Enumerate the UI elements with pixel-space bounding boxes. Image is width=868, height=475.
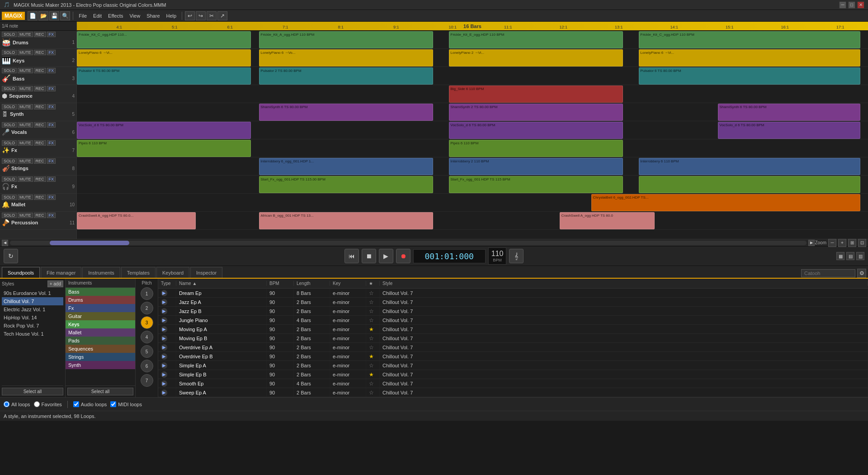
instrument-mallet[interactable]: Mallet xyxy=(66,328,135,337)
star-sweepepA[interactable]: ☆ xyxy=(369,390,374,396)
star-movingepB[interactable]: ☆ xyxy=(369,335,374,342)
pitch-2[interactable]: 2 xyxy=(141,302,153,314)
instrument-pads[interactable]: Pads xyxy=(66,337,135,345)
col-length[interactable]: Length xyxy=(294,281,330,286)
play-sweepepA[interactable]: ▶ xyxy=(161,390,167,396)
file-menu[interactable]: File xyxy=(76,12,90,19)
help-menu[interactable]: Help xyxy=(164,12,179,19)
track-lane-3[interactable]: Pulsator 6 TS 80.00 BPM Pulsator 2 TS 80… xyxy=(77,67,868,85)
star-overdriveepB[interactable]: ★ xyxy=(369,353,374,360)
save-icon[interactable]: 💾 xyxy=(49,11,59,20)
zoom-fit-btn[interactable]: ⊞ xyxy=(848,239,856,247)
play-jazzepA[interactable]: ▶ xyxy=(161,299,167,305)
solo-btn-2[interactable]: SOLO xyxy=(2,50,17,55)
fx-btn-4[interactable]: FX xyxy=(47,86,56,91)
fx-btn-11[interactable]: FX xyxy=(47,213,56,218)
zoom-reset-btn[interactable]: ⊡ xyxy=(858,239,866,247)
loop-row-dreamep[interactable]: ▶ Dream Ep 90 8 Bars e-minor ☆ Chillout … xyxy=(158,289,868,298)
record-btn[interactable]: ⏺ xyxy=(396,249,410,263)
play-dreamep[interactable]: ▶ xyxy=(161,290,167,296)
star-movingepA[interactable]: ★ xyxy=(369,326,374,332)
fx-btn-9[interactable]: FX xyxy=(47,176,56,182)
track-lane-9[interactable]: Start_Fx_ogg_001.HDP TS 115.00 BPM Start… xyxy=(77,176,868,194)
rec-btn-5[interactable]: REC xyxy=(34,104,46,109)
star-overdriveepA[interactable]: ☆ xyxy=(369,344,374,351)
loop-row-jazzepA[interactable]: ▶ Jazz Ep A 90 2 Bars e-minor ☆ Chillout… xyxy=(158,298,868,307)
new-icon[interactable]: 📄 xyxy=(28,11,38,20)
loop-row-simpleepA[interactable]: ▶ Simple Ep A 90 2 Bars e-minor ☆ Chillo… xyxy=(158,361,868,370)
track-lane-6[interactable]: VocSolo_d 6 TS 80.00 BPM VocSolo_d 6 TS … xyxy=(77,121,868,139)
rewind-btn[interactable]: ⏮ xyxy=(344,249,359,263)
play-simpleepB[interactable]: ▶ xyxy=(161,371,167,378)
grid-view-1[interactable]: ▦ xyxy=(836,252,844,260)
instrument-bass[interactable]: Bass xyxy=(66,288,135,296)
mute-btn-10[interactable]: MUTE xyxy=(18,195,33,200)
fx-btn-2[interactable]: FX xyxy=(47,50,56,55)
loop-row-smoothep[interactable]: ▶ Smooth Ep 90 4 Bars e-minor ☆ Chillout… xyxy=(158,379,868,388)
scroll-thumb[interactable] xyxy=(50,241,129,245)
tab-soundpools[interactable]: Soundpools xyxy=(2,267,40,278)
mute-btn-3[interactable]: MUTE xyxy=(18,68,33,73)
col-name[interactable]: Name ▲ xyxy=(176,281,267,286)
select-all-styles-btn[interactable]: Select all xyxy=(2,388,63,395)
loop-row-movingepB[interactable]: ▶ Moving Ep B 90 2 Bars e-minor ☆ Chillo… xyxy=(158,334,868,343)
loop-row-overdriveepB[interactable]: ▶ Overdrive Ep B 90 2 Bars e-minor ★ Chi… xyxy=(158,352,868,361)
fx-btn-10[interactable]: FX xyxy=(47,195,56,200)
track-lane-2[interactable]: LonelyPiano 6 →Vi... LonelyPiano 6 →Vo..… xyxy=(77,49,868,67)
mute-btn-4[interactable]: MUTE xyxy=(18,86,33,91)
rec-btn-10[interactable]: REC xyxy=(34,195,46,200)
pitch-7[interactable]: 7 xyxy=(141,374,153,387)
rec-btn-6[interactable]: REC xyxy=(34,122,46,128)
col-bpm[interactable]: BPM xyxy=(267,281,294,286)
star-simpleepB[interactable]: ★ xyxy=(369,371,374,378)
loop-row-simpleepB[interactable]: ▶ Simple Ep B 90 2 Bars e-minor ★ Chillo… xyxy=(158,370,868,379)
grid-view-2[interactable]: ▤ xyxy=(846,252,854,260)
pitch-1[interactable]: 1 xyxy=(141,287,153,300)
scroll-track[interactable] xyxy=(10,241,807,245)
solo-btn-7[interactable]: SOLO xyxy=(2,140,17,146)
solo-btn-5[interactable]: SOLO xyxy=(2,104,17,109)
style-item-eurodance[interactable]: 90s Eurodance Vol. 1 xyxy=(2,289,63,297)
loop-row-sweepepA[interactable]: ▶ Sweep Ep A 90 2 Bars e-minor ☆ Chillou… xyxy=(158,388,868,397)
solo-btn-4[interactable]: SOLO xyxy=(2,86,17,91)
track-lane-11[interactable]: CrashSwell A_ogg HDP TS 80.0... African … xyxy=(77,212,868,230)
midi-loops-check[interactable]: MIDI loops xyxy=(110,401,142,407)
metronome-btn[interactable]: 𝄞 xyxy=(509,249,524,263)
solo-btn-6[interactable]: SOLO xyxy=(2,122,17,128)
loop-row-junglepiano[interactable]: ▶ Jungle Piano 90 4 Bars e-minor ☆ Chill… xyxy=(158,316,868,325)
style-item-rockpop[interactable]: Rock Pop Vol. 7 xyxy=(2,322,63,330)
track-lane-10[interactable]: ChrystalBell 6_ogg_002.HDP TS... xyxy=(77,194,868,212)
solo-btn-3[interactable]: SOLO xyxy=(2,68,17,73)
style-item-hiphop[interactable]: HipHop Vol. 14 xyxy=(2,314,63,322)
audio-loops-check[interactable]: Audio loops xyxy=(73,401,107,407)
play-overdriveepA[interactable]: ▶ xyxy=(161,344,167,351)
effects-menu[interactable]: Effects xyxy=(105,12,126,19)
play-overdriveepB[interactable]: ▶ xyxy=(161,353,167,360)
grid-view-3[interactable]: ▥ xyxy=(856,252,864,260)
mute-btn-5[interactable]: MUTE xyxy=(18,104,33,109)
pitch-3[interactable]: 3 xyxy=(141,316,153,329)
rec-btn-7[interactable]: REC xyxy=(34,140,46,146)
zoom-in-btn[interactable]: + xyxy=(838,239,846,247)
select-all-instruments-btn[interactable]: Select all xyxy=(67,388,133,395)
pitch-4[interactable]: 4 xyxy=(141,331,153,343)
star-smoothep[interactable]: ☆ xyxy=(369,380,374,387)
stop-btn[interactable]: ⏹ xyxy=(362,249,376,263)
instrument-guitar[interactable]: Guitar xyxy=(66,312,135,320)
track-lane-8[interactable]: Interrobbery 6_ogg_001.HDP 1... Interrob… xyxy=(77,157,868,176)
play-movingepB[interactable]: ▶ xyxy=(161,335,167,342)
solo-btn-11[interactable]: SOLO xyxy=(2,213,17,218)
edit-menu[interactable]: Edit xyxy=(90,12,104,19)
tab-templates[interactable]: Templates xyxy=(121,267,156,278)
star-jazzepB[interactable]: ☆ xyxy=(369,308,374,314)
mute-btn-11[interactable]: MUTE xyxy=(18,213,33,218)
mute-btn-9[interactable]: MUTE xyxy=(18,176,33,182)
pitch-5[interactable]: 5 xyxy=(141,345,153,358)
track-lane-1[interactable]: Frickle_Kit_C_ogg.HDP 110... Frickle_Kit… xyxy=(77,31,868,49)
all-loops-radio[interactable]: All loops xyxy=(4,401,30,407)
rec-btn-4[interactable]: REC xyxy=(34,86,46,91)
loop-table-body[interactable]: ▶ Dream Ep 90 8 Bars e-minor ☆ Chillout … xyxy=(158,289,868,397)
redo-icon[interactable]: ↪ xyxy=(196,11,206,20)
solo-btn-9[interactable]: SOLO xyxy=(2,176,17,182)
solo-btn-1[interactable]: SOLO xyxy=(2,32,17,37)
